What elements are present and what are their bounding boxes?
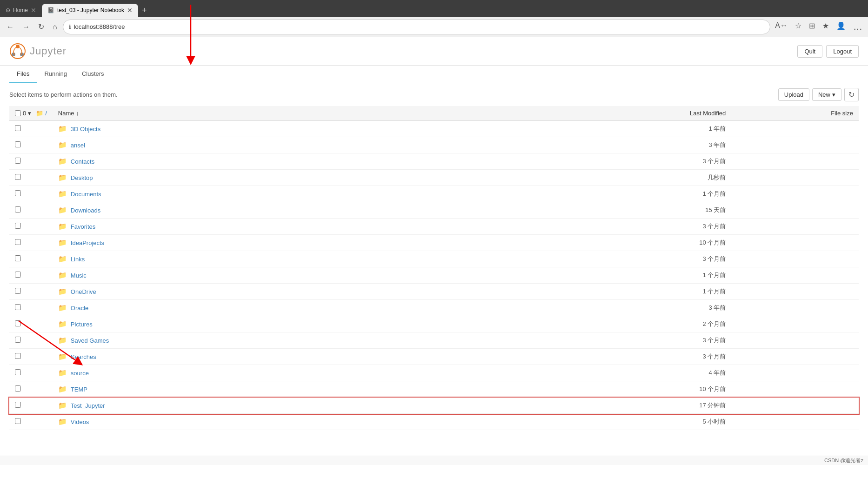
table-row[interactable]: 📁 Documents 1 个月前 <box>9 186 859 202</box>
settings-icon[interactable]: … <box>851 20 864 34</box>
sort-dropdown-icon[interactable]: ▾ <box>28 110 31 117</box>
translate-icon[interactable]: A↔ <box>773 20 789 34</box>
file-link[interactable]: Test_Jupyter <box>71 402 105 409</box>
table-row[interactable]: 📁 OneDrive 1 个月前 <box>9 284 859 300</box>
file-link[interactable]: Desktop <box>71 174 93 181</box>
count-label: 0 <box>23 110 26 117</box>
breadcrumb-path[interactable]: / <box>45 110 47 117</box>
address-bar[interactable]: ℹ localhost:8888/tree <box>63 20 771 34</box>
nav-icons: A↔ ☆ ⊞ ★ 👤 … <box>773 20 864 34</box>
file-link[interactable]: Documents <box>71 191 101 198</box>
forward-button[interactable]: → <box>20 21 33 33</box>
size-header[interactable]: File size <box>731 106 859 121</box>
select-all-checkbox[interactable] <box>15 110 21 116</box>
tab-home[interactable]: ⊙ Home ✕ <box>0 4 42 17</box>
file-link[interactable]: ansel <box>71 142 85 149</box>
size-cell <box>731 349 859 365</box>
table-row[interactable]: 📁 ansel 3 年前 <box>9 137 859 153</box>
row-checkbox[interactable] <box>15 337 21 343</box>
row-checkbox[interactable] <box>15 320 21 326</box>
row-checkbox[interactable] <box>15 288 21 294</box>
table-row[interactable]: 📁 Desktop 几秒前 <box>9 170 859 186</box>
modified-cell: 3 个月前 <box>561 251 731 267</box>
tab-clusters[interactable]: Clusters <box>74 66 112 83</box>
table-row[interactable]: 📁 Downloads 15 天前 <box>9 202 859 219</box>
folder-icon: 📁 <box>58 190 67 198</box>
upload-button[interactable]: Upload <box>778 88 809 101</box>
home-tab-close[interactable]: ✕ <box>31 7 36 14</box>
table-row[interactable]: 📁 Test_Jupyter 17 分钟前 <box>9 398 859 414</box>
url-text: localhost:8888/tree <box>74 23 125 30</box>
table-row[interactable]: 📁 Links 3 个月前 <box>9 251 859 267</box>
table-row[interactable]: 📁 Music 1 个月前 <box>9 267 859 284</box>
row-checkbox[interactable] <box>15 418 21 424</box>
row-checkbox[interactable] <box>15 402 21 408</box>
table-row[interactable]: 📁 Oracle 3 年前 <box>9 300 859 316</box>
table-row[interactable]: 📁 Videos 5 小时前 <box>9 414 859 430</box>
new-tab-button[interactable]: + <box>138 4 151 17</box>
row-checkbox[interactable] <box>15 158 21 164</box>
file-link[interactable]: Links <box>71 256 85 263</box>
folder-icon: 📁 <box>58 239 67 247</box>
name-header[interactable]: Name ↓ <box>53 106 562 121</box>
refresh-button[interactable]: ↻ <box>35 20 47 33</box>
file-link[interactable]: Pictures <box>71 321 93 328</box>
tab-running[interactable]: Running <box>37 66 74 83</box>
file-link[interactable]: TEMP <box>71 386 87 393</box>
row-checkbox[interactable] <box>15 239 21 245</box>
size-cell <box>731 121 859 137</box>
file-link[interactable]: OneDrive <box>71 288 96 295</box>
file-link[interactable]: Oracle <box>71 305 88 312</box>
row-checkbox[interactable] <box>15 272 21 278</box>
refresh-files-button[interactable]: ↻ <box>844 88 859 101</box>
row-checkbox[interactable] <box>15 190 21 196</box>
row-checkbox[interactable] <box>15 206 21 212</box>
row-checkbox[interactable] <box>15 353 21 359</box>
file-link[interactable]: Music <box>71 272 87 279</box>
table-row[interactable]: 📁 Pictures 2 个月前 <box>9 316 859 332</box>
table-row[interactable]: 📁 source 4 年前 <box>9 365 859 381</box>
row-checkbox[interactable] <box>15 304 21 310</box>
table-row[interactable]: 📁 Contacts 3 个月前 <box>9 153 859 170</box>
back-button[interactable]: ← <box>4 21 17 33</box>
modified-header[interactable]: Last Modified <box>561 106 731 121</box>
table-row[interactable]: 📁 Saved Games 3 个月前 <box>9 332 859 349</box>
folder-icon: 📁 <box>58 401 67 410</box>
quit-button[interactable]: Quit <box>797 45 822 58</box>
row-checkbox[interactable] <box>15 255 21 261</box>
file-link[interactable]: Videos <box>71 418 89 425</box>
home-button[interactable]: ⌂ <box>50 21 60 33</box>
file-link[interactable]: Favorites <box>71 223 95 230</box>
favorites-icon[interactable]: ★ <box>821 20 831 34</box>
table-row[interactable]: 📁 Searches 3 个月前 <box>9 349 859 365</box>
tab-jupyter[interactable]: 📓 test_03 - Jupyter Notebook ✕ <box>42 4 138 17</box>
new-button[interactable]: New ▾ <box>812 88 841 101</box>
modified-cell: 1 年前 <box>561 121 731 137</box>
row-checkbox[interactable] <box>15 174 21 180</box>
logout-button[interactable]: Logout <box>826 45 859 58</box>
row-checkbox[interactable] <box>15 125 21 131</box>
extensions-icon[interactable]: ⊞ <box>807 20 817 34</box>
file-link[interactable]: source <box>71 370 89 377</box>
folder-icon: 📁 <box>58 418 67 426</box>
profile-icon[interactable]: 👤 <box>835 20 848 34</box>
home-tab-label: Home <box>13 7 28 13</box>
bookmark-icon[interactable]: ☆ <box>793 20 803 34</box>
file-link[interactable]: Contacts <box>71 158 94 165</box>
table-row[interactable]: 📁 TEMP 10 个月前 <box>9 381 859 398</box>
file-link[interactable]: Searches <box>71 353 96 360</box>
row-checkbox[interactable] <box>15 385 21 392</box>
row-checkbox[interactable] <box>15 141 21 147</box>
table-row[interactable]: 📁 3D Objects 1 年前 <box>9 121 859 137</box>
jupyter-tab-close[interactable]: ✕ <box>127 7 133 14</box>
row-checkbox[interactable] <box>15 369 21 375</box>
file-link[interactable]: Saved Games <box>71 337 109 344</box>
file-link[interactable]: 3D Objects <box>71 126 100 133</box>
table-row[interactable]: 📁 IdeaProjects 10 个月前 <box>9 235 859 251</box>
file-link[interactable]: IdeaProjects <box>71 239 104 246</box>
file-table-header: 0 ▾ 📁 / Name ↓ Last Modified File size <box>9 106 859 121</box>
row-checkbox[interactable] <box>15 223 21 229</box>
table-row[interactable]: 📁 Favorites 3 个月前 <box>9 219 859 235</box>
file-link[interactable]: Downloads <box>71 207 100 214</box>
tab-files[interactable]: Files <box>9 66 37 83</box>
